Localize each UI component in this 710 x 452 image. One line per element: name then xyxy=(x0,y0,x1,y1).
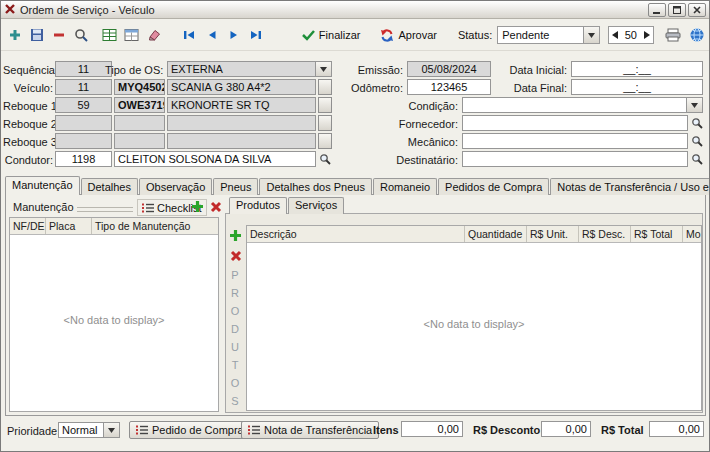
pedido-compra-button[interactable]: Pedido de Compra xyxy=(129,421,251,439)
reboque3-lookup-button[interactable] xyxy=(318,133,332,149)
tab-detalhes[interactable]: Detalhes xyxy=(81,178,138,195)
tab-observacao[interactable]: Observação xyxy=(139,178,212,195)
condutor-search-button[interactable] xyxy=(317,151,333,167)
nav-first-button[interactable] xyxy=(179,24,201,47)
tipo-os-select[interactable]: EXTERNA xyxy=(167,61,332,77)
sequencia-field[interactable]: 11 xyxy=(55,61,112,77)
help-button[interactable] xyxy=(686,24,708,47)
add-button[interactable] xyxy=(4,24,26,47)
nav-first-icon xyxy=(183,29,196,41)
clear-button[interactable] xyxy=(142,24,164,47)
column-header[interactable]: R$ Total xyxy=(631,226,683,242)
odometro-field[interactable]: 123465 xyxy=(407,79,491,95)
status-select[interactable]: Pendente xyxy=(497,26,600,44)
close-icon xyxy=(693,6,701,14)
aprovar-button[interactable]: Aprovar xyxy=(375,24,442,47)
x-icon xyxy=(210,201,222,213)
finalizar-button[interactable]: Finalizar xyxy=(297,24,366,47)
add-icon xyxy=(8,28,22,42)
table-button[interactable] xyxy=(120,24,142,47)
reboque1-code-field[interactable]: 59 xyxy=(55,97,112,113)
mecanico-field[interactable] xyxy=(462,133,688,149)
reboque3-plate-field[interactable] xyxy=(114,133,165,149)
column-header[interactable]: Descrição xyxy=(247,226,465,242)
manutencao-caption: Manutenção xyxy=(13,201,74,213)
reboque3-desc-field[interactable] xyxy=(167,133,316,149)
reboque3-code-field[interactable] xyxy=(55,133,112,149)
prioridade-label: Prioridade: xyxy=(7,425,60,437)
maximize-button[interactable] xyxy=(668,3,686,17)
tab-servicos[interactable]: Serviços xyxy=(288,197,344,214)
veiculo-code-field[interactable]: 11 xyxy=(55,79,112,95)
app-window: Ordem de Serviço - Veículo Finalizar Apr… xyxy=(0,0,710,452)
column-header[interactable]: Placa xyxy=(46,218,92,234)
reboque1-desc-field[interactable]: KRONORTE SR TQ xyxy=(167,97,316,113)
destinatario-search-button[interactable] xyxy=(689,151,705,167)
fornecedor-search-button[interactable] xyxy=(689,115,705,131)
save-button[interactable] xyxy=(26,24,48,47)
minimize-button[interactable] xyxy=(648,3,666,17)
produtos-grid-body[interactable]: <No data to display> xyxy=(247,243,701,410)
reboque2-plate-field[interactable] xyxy=(114,115,165,131)
manutencao-grid-body[interactable]: <No data to display> xyxy=(10,235,218,411)
chevron-down-icon[interactable] xyxy=(103,423,119,437)
status-label: Status: xyxy=(458,29,492,41)
column-header[interactable]: R$ Desc. xyxy=(579,226,631,242)
data-final-field[interactable]: __:__ xyxy=(571,79,703,95)
reboque2-code-field[interactable] xyxy=(55,115,112,131)
chevron-down-icon[interactable] xyxy=(583,27,599,43)
condicao-select[interactable] xyxy=(462,97,703,113)
eraser-icon xyxy=(146,28,161,42)
manutencao-delete-button[interactable] xyxy=(207,198,224,215)
pedido-compra-label: Pedido de Compra xyxy=(152,424,244,436)
nota-transferencia-button[interactable]: Nota de Transferência xyxy=(241,421,379,439)
destinatario-field[interactable] xyxy=(462,151,688,167)
export-grid-icon xyxy=(102,28,117,42)
search-button[interactable] xyxy=(70,24,92,47)
reboque1-plate-field[interactable]: OWE3719 xyxy=(114,97,165,113)
reboque2-lookup-button[interactable] xyxy=(318,115,332,131)
no-data-text: <No data to display> xyxy=(247,318,701,330)
manutencao-add-button[interactable] xyxy=(189,198,206,215)
status-value: Pendente xyxy=(502,29,549,41)
nav-next-button[interactable] xyxy=(223,24,245,47)
tab-produtos[interactable]: Produtos xyxy=(229,197,287,214)
tab-notas-transferencia[interactable]: Notas de Transferência / Uso e Consumo xyxy=(550,178,710,195)
spinner-increment-button[interactable] xyxy=(641,27,653,43)
print-button[interactable] xyxy=(662,24,684,47)
item-delete-button[interactable] xyxy=(227,247,244,264)
column-header[interactable]: R$ Unit. xyxy=(527,226,579,242)
veiculo-lookup-button[interactable] xyxy=(318,79,332,95)
condutor-name-field[interactable]: CLEITON SOLSONA DA SILVA xyxy=(114,151,316,167)
tab-detalhes-pneus[interactable]: Detalhes dos Pneus xyxy=(259,178,371,195)
chevron-down-icon[interactable] xyxy=(315,62,331,76)
close-button[interactable] xyxy=(688,3,706,17)
item-add-button[interactable] xyxy=(227,227,244,244)
fornecedor-field[interactable] xyxy=(462,115,688,131)
produtos-grid-header: Descrição Quantidade R$ Unit. R$ Desc. R… xyxy=(247,226,701,243)
nav-prev-button[interactable] xyxy=(201,24,223,47)
veiculo-plate-field[interactable]: MYQ4502 xyxy=(114,79,165,95)
column-header[interactable]: Tipo de Manutenção xyxy=(92,218,218,234)
tab-pedidos-compra[interactable]: Pedidos de Compra xyxy=(438,178,549,195)
column-header[interactable]: Mo xyxy=(683,226,701,242)
emissao-field[interactable]: 05/08/2024 xyxy=(407,61,491,77)
mecanico-search-button[interactable] xyxy=(689,133,705,149)
prioridade-select[interactable]: Normal xyxy=(58,422,120,438)
condutor-code-field[interactable]: 1198 xyxy=(55,151,112,167)
chevron-down-icon[interactable] xyxy=(686,98,702,112)
itens-label: Itens xyxy=(373,424,399,436)
export-button[interactable] xyxy=(98,24,120,47)
tab-manutencao[interactable]: Manutenção xyxy=(5,176,80,195)
tab-pneus[interactable]: Pneus xyxy=(213,178,258,195)
delete-button[interactable] xyxy=(48,24,70,47)
veiculo-desc-field[interactable]: SCANIA G 380 A4*2 xyxy=(167,79,316,95)
spinner-decrement-button[interactable] xyxy=(609,27,621,43)
column-header[interactable]: Quantidade xyxy=(465,226,527,242)
nav-last-button[interactable] xyxy=(245,24,267,47)
data-inicial-field[interactable]: __:__ xyxy=(571,61,703,77)
column-header[interactable]: NF/DE xyxy=(10,218,46,234)
tab-romaneio[interactable]: Romaneio xyxy=(373,178,437,195)
reboque2-desc-field[interactable] xyxy=(167,115,316,131)
reboque1-lookup-button[interactable] xyxy=(318,97,332,113)
